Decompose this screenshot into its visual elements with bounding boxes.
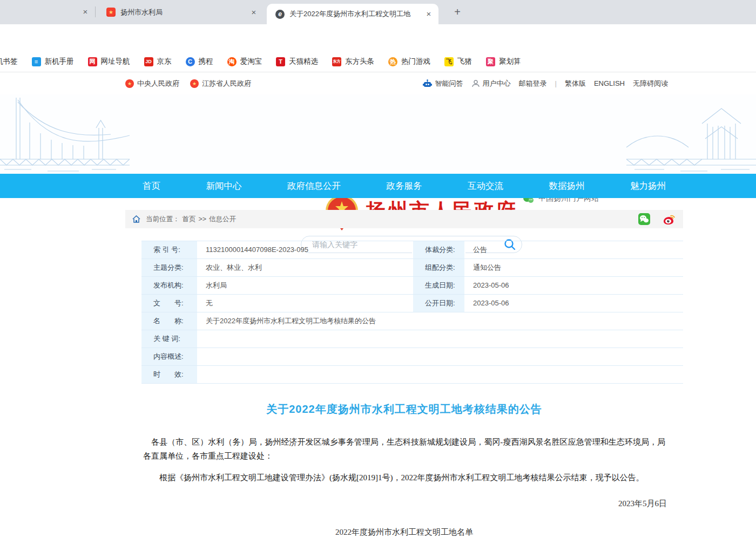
close-tab-icon[interactable]: ×: [248, 7, 259, 18]
gov-link-label: 江苏省人民政府: [202, 79, 251, 88]
close-tab-icon[interactable]: ×: [423, 9, 434, 19]
tab-yangzhou-water-bureau[interactable]: ★ 扬州市水利局 ×: [99, 0, 264, 24]
bookmark-label: 携程: [199, 57, 213, 66]
info-value: [198, 348, 683, 365]
info-value: [198, 330, 683, 348]
topbar-divider: |: [555, 79, 557, 87]
bookmark-item[interactable]: 热热门游戏: [388, 57, 430, 66]
bookmark-item[interactable]: JD京东: [144, 57, 172, 66]
bookmark-label: 新机手册: [45, 57, 74, 66]
article-list-title: 2022年度扬州市水利工程文明工地名单: [125, 527, 683, 537]
info-table-row: 关 键 词:: [141, 330, 683, 348]
taobao-icon: 淘: [227, 57, 237, 66]
new-tab-button[interactable]: +: [450, 5, 464, 19]
bookmark-label: 飞猪: [457, 57, 472, 66]
nav-item-3[interactable]: 政府信息公开: [287, 180, 341, 192]
info-label: 时 效:: [141, 366, 198, 383]
bookmark-item[interactable]: 机书签: [0, 57, 18, 66]
user-center-link[interactable]: 用户中心: [471, 79, 511, 88]
english-version-link[interactable]: ENGLISH: [594, 79, 625, 87]
bookmark-label: 机书签: [0, 57, 18, 66]
wechat-share-icon[interactable]: [638, 213, 651, 226]
mail-login-link[interactable]: 邮箱登录: [519, 79, 547, 88]
nav-item-1[interactable]: 首页: [143, 180, 160, 192]
nav-item-5[interactable]: 互动交流: [468, 180, 503, 192]
browser-address-bar: 不安全 yangzhou.gov.cn/yzszxxgk/slj/202305/…: [0, 24, 756, 51]
info-label: 体裁分类:: [412, 241, 465, 258]
info-value: 关于2022年度扬州市水利工程文明工地考核结果的公告: [198, 312, 683, 330]
bookmark-item[interactable]: 淘爱淘宝: [227, 57, 262, 66]
breadcrumb-separator: >>: [199, 215, 207, 223]
gov-emblem-favicon: ★: [106, 8, 116, 17]
bookmark-label: 热门游戏: [401, 57, 430, 66]
breadcrumb-prefix: 当前位置：: [146, 215, 180, 224]
info-table-row: 索 引 号:11321000014407098E-2023-095体裁分类:公告: [141, 241, 683, 259]
info-table-row: 名 称:关于2022年度扬州市水利工程文明工地考核结果的公告: [141, 312, 683, 330]
breadcrumb-current-link[interactable]: 信息公开: [209, 215, 236, 224]
games-icon: 热: [388, 57, 397, 66]
nav-item-7[interactable]: 魅力扬州: [630, 180, 666, 192]
page-favicon: e: [275, 10, 285, 19]
nav-item-4[interactable]: 政务服务: [387, 180, 422, 192]
bookmark-item[interactable]: 网网址导航: [88, 57, 130, 66]
tab-title: 关于2022年度扬州市水利工程文明工地: [289, 9, 422, 19]
tab-title: 扬州市水利局: [120, 8, 248, 17]
user-icon: [471, 79, 480, 88]
fliggy-icon: 飞: [444, 57, 454, 66]
manual-bookmark-icon: ≡: [32, 57, 41, 66]
bookmark-label: 聚划算: [499, 57, 521, 66]
info-value: [198, 366, 683, 383]
tab-separator: [95, 6, 96, 17]
info-value: 水利局: [198, 277, 412, 294]
national-emblem-icon: ★: [125, 79, 134, 88]
info-value: 2023-05-06: [465, 295, 683, 312]
bookmark-label: 东方头条: [345, 57, 374, 66]
info-label: 主题分类:: [141, 259, 198, 276]
ctrip-icon: C: [186, 57, 195, 66]
gov-links: ★中央人民政府★江苏省人民政府: [125, 72, 251, 94]
tab-active-announcement[interactable]: e 关于2022年度扬州市水利工程文明工地 ×: [267, 4, 438, 24]
close-tab-icon[interactable]: ×: [80, 6, 91, 17]
bookmark-item[interactable]: 飞飞猪: [444, 57, 472, 66]
site-nav-icon: 网: [88, 57, 97, 66]
nav-item-2[interactable]: 新闻中心: [206, 180, 242, 192]
banner-art-right-tower: [626, 94, 756, 174]
info-table-row: 文 号:无公开日期:2023-05-06: [141, 295, 683, 312]
breadcrumb-home-link[interactable]: 首页: [183, 215, 196, 224]
bookmark-item[interactable]: 聚聚划算: [486, 57, 521, 66]
gov-link[interactable]: ★中央人民政府: [125, 79, 179, 88]
bookmark-label: 网址导航: [101, 57, 130, 66]
info-table-row: 发布机构:水利局生成日期:2023-05-06: [141, 277, 683, 295]
info-value: 农业、林业、水利: [198, 259, 412, 276]
info-value: 通知公告: [465, 259, 683, 276]
juhuasuan-icon: 聚: [486, 57, 495, 66]
info-value: 11321000014407098E-2023-095: [198, 241, 412, 258]
article-date: 2023年5月6日: [125, 499, 667, 509]
bookmark-item[interactable]: C携程: [186, 57, 213, 66]
main-nav: 首页新闻中心政府信息公开政务服务互动交流数据扬州魅力扬州: [0, 174, 756, 198]
bookmarks-bar: 机书签≡新机手册网网址导航JD京东C携程淘爱淘宝T天猫精选东方东方头条热热门游戏…: [0, 51, 756, 72]
robot-icon: [422, 79, 433, 88]
traditional-version-link[interactable]: 繁体版: [565, 79, 586, 88]
bookmark-label: 京东: [157, 57, 172, 66]
info-label: 索 引 号:: [141, 241, 198, 258]
article-body: 关于2022年度扬州市水利工程文明工地考核结果的公告 各县（市、区）水利（务）局…: [125, 382, 683, 538]
gov-top-bar: ★中央人民政府★江苏省人民政府 智能问答 用户中心 邮箱登录 | 繁体版 ENG…: [0, 72, 756, 94]
info-label: 内容概述:: [141, 348, 198, 365]
info-table-row: 内容概述:: [141, 348, 683, 366]
nav-item-6[interactable]: 数据扬州: [549, 180, 585, 192]
info-label: 名 称:: [141, 312, 198, 330]
eastday-icon: 东方: [332, 57, 341, 66]
breadcrumb: 当前位置： 首页 >> 信息公开: [146, 215, 236, 224]
info-label: 文 号:: [141, 295, 198, 312]
weibo-share-icon[interactable]: [663, 213, 676, 226]
accessibility-link[interactable]: 无障碍阅读: [633, 79, 668, 88]
gov-link-label: 中央人民政府: [137, 79, 179, 88]
bookmark-item[interactable]: ≡新机手册: [32, 57, 74, 66]
bookmark-item[interactable]: T天猫精选: [276, 57, 318, 66]
gov-link[interactable]: ★江苏省人民政府: [190, 79, 251, 88]
bookmark-label: 爱淘宝: [240, 57, 262, 66]
smart-qa-link[interactable]: 智能问答: [422, 79, 463, 88]
info-label: 组配分类:: [412, 259, 465, 276]
bookmark-item[interactable]: 东方东方头条: [332, 57, 374, 66]
